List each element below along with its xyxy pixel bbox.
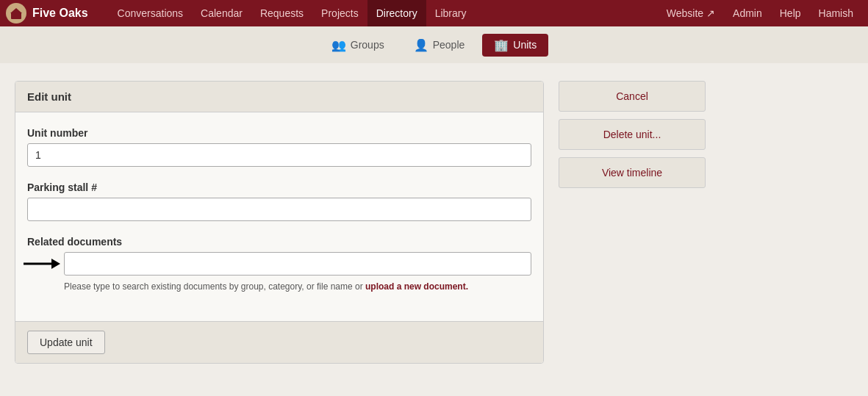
related-docs-input[interactable]	[64, 252, 531, 276]
nav-right: Website ↗ Admin Help Hamish	[658, 0, 862, 26]
logo: Five Oaks	[6, 3, 100, 24]
sidebar-actions: Cancel Delete unit... View timeline	[559, 81, 706, 364]
sub-nav-units[interactable]: 🏢 Units	[482, 34, 548, 57]
nav-conversations[interactable]: Conversations	[109, 0, 193, 26]
sub-nav-groups[interactable]: 👥 Groups	[320, 34, 396, 57]
nav-projects[interactable]: Projects	[312, 0, 367, 26]
update-unit-button[interactable]: Update unit	[27, 331, 105, 354]
svg-marker-1	[10, 8, 22, 13]
nav-help[interactable]: Help	[771, 0, 810, 26]
logo-icon	[6, 3, 26, 24]
sub-nav-groups-label: Groups	[351, 39, 384, 51]
parking-stall-input[interactable]	[27, 198, 531, 221]
nav-calendar[interactable]: Calendar	[192, 0, 251, 26]
sub-nav-people[interactable]: 👤 People	[402, 34, 477, 57]
cancel-button[interactable]: Cancel	[559, 81, 706, 112]
form-panel: Edit unit Unit number Parking stall # Re…	[15, 81, 544, 364]
parking-stall-group: Parking stall #	[27, 181, 531, 221]
svg-marker-3	[51, 259, 60, 269]
related-docs-help: Please type to search existing documents…	[64, 281, 531, 292]
nav-user[interactable]: Hamish	[810, 0, 862, 26]
delete-unit-button[interactable]: Delete unit...	[559, 119, 706, 150]
view-timeline-button[interactable]: View timeline	[559, 157, 706, 188]
site-name: Five Oaks	[32, 7, 88, 20]
svg-rect-0	[11, 12, 21, 19]
form-footer: Update unit	[15, 321, 543, 363]
upload-link[interactable]: upload a new document.	[365, 281, 468, 292]
related-docs-label: Related documents	[27, 236, 531, 248]
unit-number-label: Unit number	[27, 127, 531, 139]
main-content: Edit unit Unit number Parking stall # Re…	[0, 63, 868, 381]
related-docs-input-wrapper	[64, 252, 531, 276]
sub-nav: 👥 Groups 👤 People 🏢 Units	[0, 26, 868, 63]
nav-directory[interactable]: Directory	[367, 0, 426, 26]
arrow-pointer-icon	[24, 253, 60, 275]
unit-number-input[interactable]	[27, 143, 531, 167]
nav-website[interactable]: Website ↗	[658, 0, 724, 26]
unit-number-group: Unit number	[27, 127, 531, 167]
sub-nav-people-label: People	[433, 39, 465, 51]
groups-icon: 👥	[331, 38, 346, 52]
help-text-static: Please type to search existing documents…	[64, 281, 365, 292]
parking-stall-label: Parking stall #	[27, 181, 531, 193]
nav-links: Conversations Calendar Requests Projects…	[109, 0, 658, 26]
top-nav: Five Oaks Conversations Calendar Request…	[0, 0, 868, 26]
sub-nav-units-label: Units	[513, 39, 537, 51]
nav-requests[interactable]: Requests	[251, 0, 312, 26]
nav-library[interactable]: Library	[426, 0, 476, 26]
units-icon: 🏢	[494, 38, 509, 52]
people-icon: 👤	[414, 38, 428, 52]
form-body: Unit number Parking stall # Related docu…	[15, 112, 543, 321]
form-title: Edit unit	[15, 82, 543, 112]
nav-admin[interactable]: Admin	[724, 0, 771, 26]
related-docs-group: Related documents Please type to search …	[27, 236, 531, 292]
